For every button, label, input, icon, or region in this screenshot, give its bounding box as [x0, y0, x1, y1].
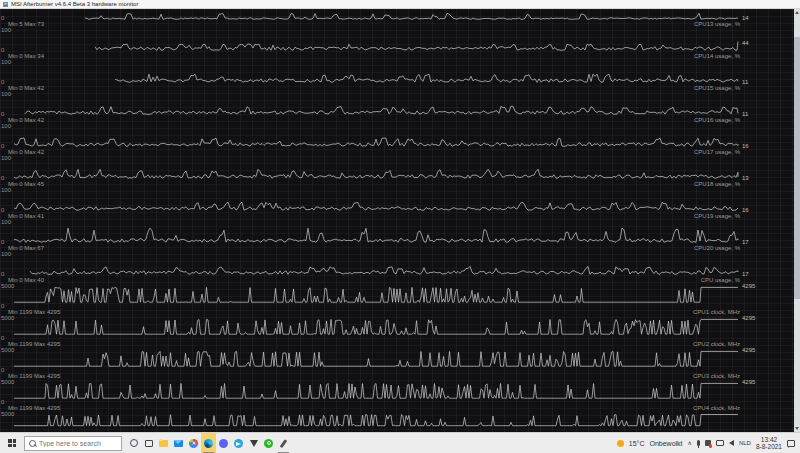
- graph-pane[interactable]: [0, 27, 740, 53]
- usage-trace: [0, 219, 740, 245]
- mail-icon: [174, 440, 183, 447]
- taskbar-search-box[interactable]: [24, 436, 122, 451]
- language-indicator[interactable]: NLD: [739, 440, 751, 446]
- search-input[interactable]: [39, 440, 119, 447]
- axis-max-label: 100: [1, 187, 11, 193]
- clock-trace: [0, 315, 740, 341]
- search-icon: [29, 440, 36, 447]
- graph-pane[interactable]: [0, 123, 740, 149]
- graph-pane[interactable]: [0, 411, 740, 431]
- discord-icon: [219, 439, 228, 448]
- weather-temperature[interactable]: 15°C: [629, 440, 645, 447]
- axis-max-label: 100: [1, 219, 11, 225]
- usage-trace: [0, 9, 740, 21]
- taskbar-app-task-view[interactable]: [141, 433, 156, 453]
- graph-pane[interactable]: [0, 59, 740, 85]
- axis-max-label: 5000: [1, 379, 14, 385]
- windows-logo-icon: [8, 439, 16, 447]
- graph-pane[interactable]: [0, 91, 740, 117]
- axis-max-label: 100: [1, 123, 11, 129]
- taskbar-apps: [126, 433, 291, 453]
- usage-trace: [0, 59, 740, 85]
- taskbar-app-paint[interactable]: [276, 433, 291, 453]
- cortana-icon: [130, 439, 138, 447]
- taskbar-clock[interactable]: 13:42 8-8-2021: [756, 436, 782, 450]
- graph-pane[interactable]: [0, 251, 740, 277]
- taskbar-app-telegram[interactable]: [231, 433, 246, 453]
- graph-pane[interactable]: [0, 155, 740, 181]
- scroll-down-arrow-icon[interactable]: [795, 427, 799, 430]
- current-value: 4295: [742, 283, 755, 289]
- clock-trace: [0, 411, 740, 431]
- graph-pane[interactable]: [0, 9, 740, 21]
- current-value: 11: [742, 79, 748, 85]
- usage-trace: [0, 187, 740, 213]
- tray-expand-caret-icon[interactable]: ∧: [688, 440, 692, 446]
- usage-trace: [0, 123, 740, 149]
- recording-status-icon[interactable]: [705, 440, 711, 446]
- vertical-scrollbar[interactable]: [794, 9, 800, 432]
- window-titlebar[interactable]: MSI Afterburner v4.6.4 Beta 3 hardware m…: [0, 0, 800, 9]
- taskbar-app-afterburner[interactable]: [201, 433, 216, 453]
- taskbar-app-file-explorer[interactable]: [156, 433, 171, 453]
- taskbar-app-cortana[interactable]: [126, 433, 141, 453]
- taskbar-app-mail[interactable]: [171, 433, 186, 453]
- usage-trace: [0, 155, 740, 181]
- notification-center-icon[interactable]: [787, 440, 795, 447]
- volume-icon[interactable]: [729, 440, 734, 446]
- usage-trace: [0, 251, 740, 277]
- paint-icon: [280, 439, 287, 448]
- current-value: 4295: [742, 315, 755, 321]
- start-button[interactable]: [0, 433, 24, 453]
- clock-trace: [0, 283, 740, 309]
- clock-trace: [0, 347, 740, 373]
- weather-sun-icon: [617, 440, 624, 447]
- scroll-up-arrow-icon[interactable]: [795, 11, 799, 14]
- chrome-icon: [189, 439, 198, 448]
- clock-trace: [0, 379, 740, 405]
- taskbar: 15°C Onbewolkt ∧ NLD 13:42 8-8-2021: [0, 432, 800, 453]
- current-value: 4295: [742, 379, 755, 385]
- app-window-icon: [3, 2, 8, 7]
- graph-pane[interactable]: [0, 219, 740, 245]
- usage-trace: [0, 27, 740, 53]
- current-value: 11: [742, 111, 748, 117]
- axis-max-label: 100: [1, 155, 11, 161]
- taskbar-app-discord[interactable]: [216, 433, 231, 453]
- afterburner-icon: [204, 439, 213, 448]
- current-value: 14: [742, 15, 749, 21]
- axis-max-label: 100: [1, 91, 11, 97]
- taskbar-app-vivaldi[interactable]: [246, 433, 261, 453]
- axis-max-label: 5000: [1, 347, 14, 353]
- current-value: 44: [742, 40, 749, 46]
- microphone-icon[interactable]: [697, 440, 700, 446]
- window-title: MSI Afterburner v4.6.4 Beta 3 hardware m…: [11, 0, 138, 8]
- current-value: 16: [742, 207, 749, 213]
- axis-max-label: 100: [1, 251, 11, 257]
- graph-pane[interactable]: [0, 379, 740, 405]
- usage-trace: [0, 91, 740, 117]
- system-tray: 15°C Onbewolkt ∧ NLD 13:42 8-8-2021: [617, 436, 800, 450]
- graph-pane[interactable]: [0, 187, 740, 213]
- hardware-monitor-graphs: 014Min 5 Max 73CPU13 usage, %100044Min 0…: [0, 9, 800, 432]
- taskbar-app-whatsapp[interactable]: [261, 433, 276, 453]
- current-value: 17: [742, 239, 749, 245]
- taskbar-app-chrome[interactable]: [186, 433, 201, 453]
- current-value: 4295: [742, 347, 755, 353]
- current-value: 16: [742, 143, 749, 149]
- weather-condition[interactable]: Onbewolkt: [649, 440, 682, 447]
- axis-max-label: 5000: [1, 283, 14, 289]
- axis-max-label: 100: [1, 27, 11, 33]
- graph-pane[interactable]: [0, 283, 740, 309]
- graph-pane[interactable]: [0, 347, 740, 373]
- scrollbar-thumb[interactable]: [794, 37, 800, 299]
- current-value: 13: [742, 175, 749, 181]
- file-explorer-icon: [159, 440, 168, 447]
- graph-pane[interactable]: [0, 315, 740, 341]
- telegram-icon: [234, 439, 243, 448]
- display-icon[interactable]: [716, 440, 724, 446]
- whatsapp-icon: [264, 439, 273, 448]
- axis-max-label: 5000: [1, 315, 14, 321]
- clock-time: 13:42: [761, 436, 777, 443]
- axis-max-label: 5000: [1, 411, 14, 417]
